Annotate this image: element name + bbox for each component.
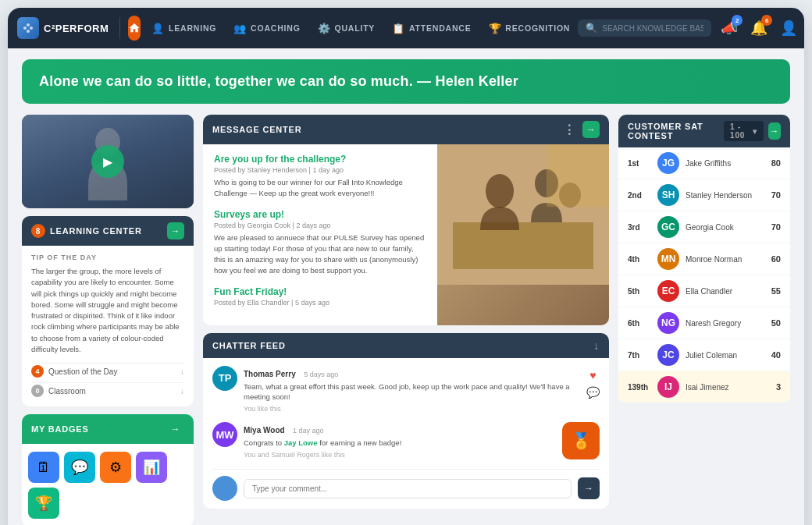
notification-button[interactable]: 🔔 6 (747, 16, 771, 40)
megaphone-button[interactable]: 📣 2 (718, 16, 741, 40)
tip-item-qod: 4 Question of the Day ↓ (31, 363, 184, 379)
learning-center-count: 8 (31, 224, 45, 238)
csat-range-chevron: ▾ (753, 127, 757, 136)
chatter-content-2: Miya Wood 1 day ago Congrats to Jay Lowe… (244, 422, 556, 459)
svg-point-0 (23, 27, 27, 30)
badges-arrow[interactable]: → (167, 420, 184, 438)
app-container: C²PERFORM 👤 LEARNING 👥 COACHING ⚙️ QUALI… (8, 8, 804, 525)
csat-body: 1st JG Jake Griffiths 80 2nd SH Stanley … (618, 147, 790, 403)
chatter-actions-1: ♥ 💬 (586, 366, 600, 413)
comment-button-1[interactable]: 💬 (586, 386, 600, 399)
csat-avatar-139: IJ (657, 376, 679, 398)
send-comment-button[interactable]: → (578, 477, 600, 499)
csat-contest: CUSTOMER SAT CONTEST 1 - 100 ▾ → 1st (618, 115, 790, 403)
classroom-count: 0 (31, 385, 44, 397)
left-column: ▶ 8 LEARNING CENTER → TIP OF THE DAY T (22, 115, 194, 525)
chatter-feed: CHATTER FEED ↓ TP Thomas Perry 5 days ag… (203, 333, 609, 509)
recognition-icon: 🏆 (489, 23, 502, 34)
notification-badge: 6 (761, 15, 772, 26)
message-center: MESSAGE CENTER ⋮ → Are you up for the ch… (203, 115, 609, 325)
svg-point-2 (30, 27, 33, 30)
quality-icon: ⚙️ (318, 23, 331, 34)
msg-item-3: Fun Fact Friday! Posted by Ella Chandler… (214, 286, 426, 307)
play-button[interactable]: ▶ (91, 145, 124, 178)
chatter-avatar-1: TP (212, 366, 237, 391)
chatter-content-1: Thomas Perry 5 days ago Team, what a gre… (244, 366, 580, 413)
message-center-header: MESSAGE CENTER ⋮ → (203, 115, 609, 144)
classroom-arrow: ↓ (180, 387, 184, 396)
learning-center-header-left: 8 LEARNING CENTER (31, 224, 142, 238)
csat-avatar-6: NG (657, 312, 679, 334)
svg-rect-10 (547, 144, 609, 207)
msg-body: Are you up for the challenge? Posted by … (203, 144, 609, 325)
msg-content: Are you up for the challenge? Posted by … (203, 144, 437, 325)
home-button[interactable] (128, 16, 141, 41)
search-icon: 🔍 (586, 23, 597, 34)
csat-row-6: 6th NG Naresh Gregory 50 (618, 307, 790, 339)
learning-center-card: 8 LEARNING CENTER → TIP OF THE DAY The l… (22, 216, 194, 406)
csat-avatar-2: SH (657, 184, 679, 206)
csat-arrow-button[interactable]: → (768, 122, 781, 140)
csat-row-1: 1st JG Jake Griffiths 80 (618, 147, 790, 179)
csat-header-right: 1 - 100 ▾ → (724, 121, 781, 141)
badges-section: MY BADGES → 🗓 💬 ⚙ 📊 🏆 (22, 414, 194, 525)
like-button-1[interactable]: ♥ (589, 369, 596, 381)
msg-menu-button[interactable]: ⋮ (563, 122, 576, 137)
badges-container: 🗓 💬 ⚙ 📊 🏆 (22, 444, 194, 525)
learning-center-arrow[interactable]: → (167, 222, 184, 239)
video-overlay: ▶ (22, 115, 194, 208)
video-thumbnail[interactable]: ▶ (22, 115, 194, 208)
search-box[interactable]: 🔍 (578, 20, 711, 37)
navbar-right: 🔍 📣 2 🔔 6 👤 (578, 16, 800, 40)
brand: C²PERFORM (17, 17, 120, 39)
megaphone-badge: 2 (732, 15, 743, 26)
navbar: C²PERFORM 👤 LEARNING 👥 COACHING ⚙️ QUALI… (8, 8, 804, 48)
badge-item-4: 📊 (136, 452, 167, 483)
csat-avatar-4: MN (657, 248, 679, 270)
comment-input[interactable] (244, 479, 572, 498)
tip-section: TIP OF THE DAY The larger the group, the… (22, 246, 194, 406)
badge-item-3: ⚙ (100, 452, 131, 483)
badge-card-icon: 🏅 (562, 422, 600, 459)
chatter-body: TP Thomas Perry 5 days ago Team, what a … (203, 358, 609, 509)
nav-coaching[interactable]: 👥 COACHING (226, 18, 308, 39)
qod-count: 4 (31, 365, 44, 378)
msg-header-right: ⋮ → (563, 121, 600, 138)
nav-recognition[interactable]: 🏆 RECOGNITION (481, 18, 579, 39)
right-column: CUSTOMER SAT CONTEST 1 - 100 ▾ → 1st (618, 115, 790, 525)
chatter-avatar-2: MW (212, 422, 237, 447)
csat-header: CUSTOMER SAT CONTEST 1 - 100 ▾ → (618, 115, 790, 147)
csat-row-7: 7th JC Juliet Coleman 40 (618, 339, 790, 371)
msg-image (437, 144, 609, 325)
csat-range[interactable]: 1 - 100 ▾ (724, 121, 764, 141)
badges-header: MY BADGES → (22, 414, 194, 444)
search-input[interactable] (602, 24, 703, 33)
csat-avatar-3: GC (657, 216, 679, 238)
attendance-icon: 📋 (392, 23, 405, 34)
quote-banner: Alone we can do so little, together we c… (22, 59, 790, 104)
badge-item-1: 🗓 (28, 452, 59, 483)
qod-arrow: ↓ (180, 367, 184, 376)
user-button[interactable]: 👤 (777, 16, 800, 40)
csat-avatar-1: JG (657, 152, 679, 174)
nav-learning[interactable]: 👤 LEARNING (144, 18, 224, 39)
comment-user-avatar (212, 476, 237, 501)
msg-item-1: Are you up for the challenge? Posted by … (214, 154, 426, 200)
chatter-header: CHATTER FEED ↓ (203, 333, 609, 358)
chatter-post-1: TP Thomas Perry 5 days ago Team, what a … (212, 366, 600, 413)
csat-row-139: 139th IJ Isai Jimenez 3 (618, 371, 790, 403)
svg-point-7 (486, 174, 514, 208)
csat-avatar-7: JC (657, 344, 679, 366)
msg-item-2: Surveys are up! Posted by Georgia Cook |… (214, 209, 426, 277)
chatter-download-icon[interactable]: ↓ (593, 339, 600, 352)
csat-row-3: 3rd GC Georgia Cook 70 (618, 211, 790, 243)
msg-arrow-button[interactable]: → (582, 121, 600, 138)
svg-point-1 (27, 23, 30, 27)
tip-item-classroom: 0 Classroom ↓ (31, 382, 184, 399)
center-column: MESSAGE CENTER ⋮ → Are you up for the ch… (203, 115, 609, 525)
nav-attendance[interactable]: 📋 ATTEndANce (384, 18, 479, 39)
nav-quality[interactable]: ⚙️ QUALITY (310, 18, 383, 39)
csat-row-4: 4th MN Monroe Norman 60 (618, 243, 790, 275)
svg-point-3 (27, 30, 30, 33)
csat-row-2: 2nd SH Stanley Henderson 70 (618, 179, 790, 211)
